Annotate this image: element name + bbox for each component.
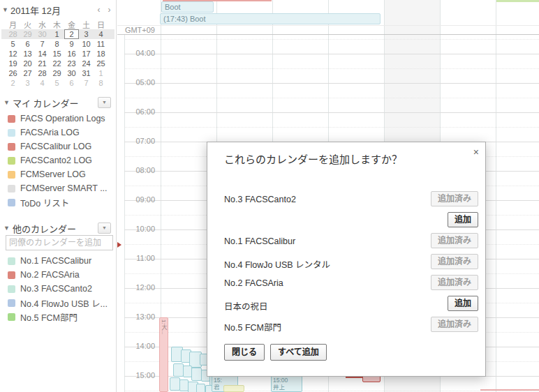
mini-calendar-day-cell[interactable]: 22 (50, 59, 64, 68)
calendar-list-item[interactable]: No.4 FlowJo USB レ... (1, 296, 115, 310)
other-calendars-menu-button[interactable]: ▼ (98, 223, 111, 234)
mini-calendar-day-cell[interactable]: 3 (79, 30, 94, 38)
calendar-list-item[interactable]: ToDo リスト (1, 195, 115, 209)
mini-calendar-day-cell[interactable]: 28 (6, 30, 20, 38)
mini-calendar-day-cell[interactable]: 19 (6, 59, 20, 68)
mini-calendar-day-cell[interactable]: 21 (35, 59, 50, 68)
all-day-event[interactable]: (17:43) Boot (160, 13, 381, 24)
mini-calendar-day-cell[interactable]: 9 (64, 40, 79, 48)
mini-calendar-day-cell[interactable]: 6 (20, 40, 35, 48)
mini-calendar-day-cell[interactable]: 2 (6, 79, 20, 87)
added-button[interactable]: 追加済み (431, 254, 478, 269)
mini-calendar-day-cell[interactable]: 6 (64, 79, 79, 87)
mini-calendar-day-cell[interactable]: 7 (35, 40, 50, 48)
my-calendars-menu-button[interactable]: ▼ (98, 97, 111, 108)
mini-calendar-day-cell[interactable]: 1 (50, 30, 64, 38)
chevron-down-icon[interactable]: ▼ (2, 6, 8, 13)
event-block[interactable] (223, 385, 244, 392)
added-button[interactable]: 追加済み (431, 191, 478, 206)
mini-calendar-day-cell[interactable]: 17 (79, 50, 94, 58)
event-block[interactable] (173, 363, 184, 377)
all-day-event[interactable]: Boot (161, 1, 214, 13)
add-coworker-calendar-input[interactable] (6, 235, 113, 250)
mini-calendar-day-cell[interactable]: 26 (6, 69, 20, 77)
event-block[interactable] (191, 368, 202, 381)
mini-calendar-day-cell[interactable]: 12 (6, 50, 20, 58)
event-strip[interactable] (496, 0, 539, 2)
mini-calendar-day-header: 土 (79, 19, 94, 30)
mini-calendar-day-cell[interactable]: 18 (94, 50, 108, 58)
calendar-list-item[interactable]: FACSAria LOG (1, 126, 115, 140)
calendar-list-item[interactable]: FACSCanto2 LOG (1, 153, 115, 167)
added-button[interactable]: 追加済み (431, 275, 478, 290)
mini-calendar-day-cell[interactable]: 4 (35, 79, 50, 87)
add-all-button[interactable]: すべて追加 (270, 344, 327, 361)
calendar-app: GMT+09 04:0005:0006:0007:0008:0009:0010:… (0, 0, 539, 392)
calendar-label: No.1 FACSCalibur (20, 256, 91, 266)
added-button[interactable]: 追加済み (431, 233, 478, 248)
calendar-color-swatch (8, 143, 15, 151)
mini-calendar-day-cell[interactable]: 30 (35, 30, 50, 38)
sidebar: ▼ 2011年 12月 ‹ › 月火水木金土日 2829301234567891… (0, 0, 117, 392)
modal-calendar-label: 日本の祝日 (224, 299, 268, 312)
mini-calendar-day-cell[interactable]: 25 (94, 59, 108, 68)
mini-calendar-day-cell[interactable]: 30 (64, 69, 79, 77)
event-strip[interactable] (346, 377, 364, 378)
mini-calendar-day-cell[interactable]: 27 (20, 69, 35, 77)
calendar-list-item[interactable]: No.5 FCM部門 (1, 310, 115, 324)
close-dialog-button[interactable]: 閉じる (224, 344, 265, 361)
my-calendars-list: FACS Operation LogsFACSAria LOGFACSCalib… (1, 112, 115, 209)
mini-calendar-day-cell[interactable]: 4 (94, 30, 108, 38)
mini-calendar-day-cell[interactable]: 29 (50, 69, 64, 77)
calendar-color-swatch (8, 199, 15, 206)
mini-calendar-day-cell[interactable]: 8 (50, 40, 64, 48)
mini-calendar-day-cell[interactable]: 15 (50, 50, 64, 58)
mini-calendar-day-cell[interactable]: 3 (20, 79, 35, 87)
calendar-list-item[interactable]: FCMServer SMART ... (1, 181, 115, 195)
my-calendars-header[interactable]: ▼ マイ カレンダー ▼ (1, 96, 115, 109)
event-block[interactable] (170, 377, 180, 391)
event-block[interactable]: 1:大... (159, 317, 168, 392)
mini-calendar-day-cell[interactable]: 20 (20, 59, 35, 68)
mini-calendar-day-cell[interactable]: 5 (50, 79, 64, 87)
mini-calendar-day-cell[interactable]: 5 (6, 40, 20, 48)
mini-calendar-day-cell[interactable]: 23 (64, 59, 79, 68)
mini-calendar-next-button[interactable]: › (104, 5, 115, 15)
event-strip[interactable] (480, 389, 539, 391)
mini-calendar-day-cell[interactable]: 13 (20, 50, 35, 58)
mini-calendar-day-cell[interactable]: 31 (79, 69, 94, 77)
mini-calendar-day-cell[interactable]: 16 (64, 50, 79, 58)
mini-calendar-day-cell[interactable]: 8 (94, 79, 108, 87)
mini-calendar-day-cell[interactable]: 10 (79, 40, 94, 48)
added-button[interactable]: 追加済み (431, 317, 478, 332)
calendar-list-item[interactable]: FACS Operation Logs (1, 112, 115, 126)
calendar-list-item[interactable]: FCMServer LOG (1, 167, 115, 181)
event-block[interactable] (196, 384, 205, 392)
mini-calendar-day-cell[interactable]: 14 (35, 50, 50, 58)
modal-calendar-label: No.4 FlowJo USB レンタル (224, 257, 330, 271)
mini-calendar-today-cell[interactable]: 2 (64, 29, 79, 39)
other-calendars-header[interactable]: ▼ 他のカレンダー ▼ (1, 222, 115, 234)
timezone-label: GMT+09 (117, 26, 155, 34)
mini-calendar-day-cell[interactable]: 1 (94, 69, 108, 77)
add-button[interactable]: 追加 (448, 212, 478, 227)
mini-calendar-day-cell[interactable]: 11 (94, 40, 108, 48)
mini-calendar-prev-button[interactable]: ‹ (94, 5, 104, 15)
current-time-arrow-icon (117, 242, 121, 248)
add-button[interactable]: 追加 (448, 296, 478, 311)
mini-calendar-day-cell[interactable]: 28 (35, 69, 50, 77)
calendar-color-swatch (8, 129, 15, 137)
hour-label: 05:00 (123, 78, 155, 86)
mini-calendar-day-cell[interactable]: 24 (79, 59, 94, 68)
calendar-color-swatch (8, 157, 15, 165)
calendar-list-item[interactable]: No.3 FACSCanto2 (1, 282, 115, 296)
calendar-list-item[interactable]: FACSCalibur LOG (1, 140, 115, 153)
calendar-list-item[interactable]: No.2 FACSAria (1, 268, 115, 282)
calendar-list-item[interactable]: No.1 FACSCalibur (1, 254, 115, 268)
event-block[interactable]: 15:00井上 (271, 375, 302, 392)
hour-label: 07:00 (123, 137, 155, 145)
mini-calendar-day-cell[interactable]: 29 (20, 30, 35, 38)
close-icon[interactable]: × (473, 146, 479, 158)
calendar-color-swatch (8, 257, 15, 265)
mini-calendar-day-cell[interactable]: 7 (79, 79, 94, 87)
